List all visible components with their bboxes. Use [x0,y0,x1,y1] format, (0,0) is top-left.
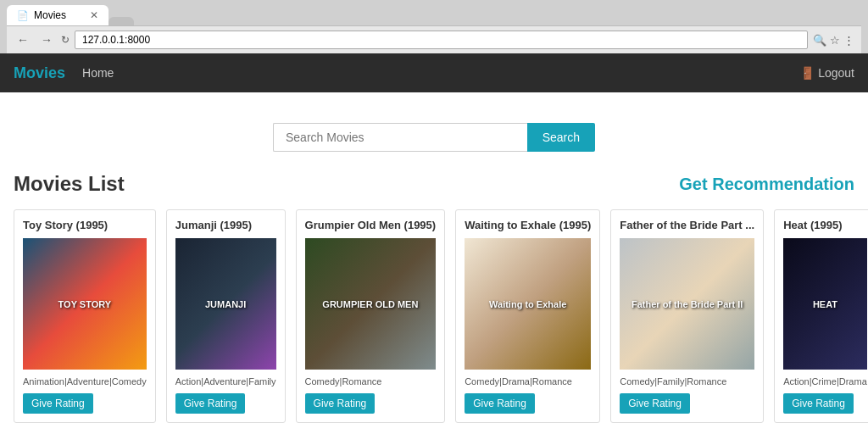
search-button[interactable]: Search [527,123,595,152]
movie-card: Grumpier Old Men (1995) GRUMPIER OLD MEN… [296,209,446,423]
poster-content: TOY STORY [23,238,147,370]
back-button[interactable]: ← [14,31,32,48]
give-rating-button[interactable]: Give Rating [175,393,246,414]
give-rating-button[interactable]: Give Rating [465,393,535,414]
browser-right-icons: 🔍 ☆ ⋮ [813,34,854,47]
poster-label: JUMANJI [202,296,249,313]
browser-toolbar: ← → ↻ 127.0.0.1:8000 🔍 ☆ ⋮ [7,25,861,53]
nav-brand[interactable]: Movies [14,64,65,82]
poster-label: TOY STORY [55,296,115,313]
movie-genres: Comedy|Romance [305,376,437,387]
logout-label: Logout [818,66,854,80]
movie-genres: Comedy|Drama|Romance [465,376,591,387]
poster-label: HEAT [810,296,841,313]
movie-poster: JUMANJI [175,238,276,370]
movie-title: Jumanji (1995) [175,219,276,231]
forward-button[interactable]: → [37,31,56,48]
new-tab-button[interactable] [108,17,134,25]
tab-label: Movies [34,9,66,21]
poster-label: Father of the Bride Part II [628,296,746,313]
movie-title: Toy Story (1995) [23,219,147,231]
poster-label: GRUMPIER OLD MEN [319,296,421,313]
movies-header: Movies List Get Recommendation [14,172,854,196]
movie-title: Father of the Bride Part ... [620,219,754,231]
get-recommendation-link[interactable]: Get Recommendation [679,175,854,194]
poster-content: Father of the Bride Part II [620,238,754,370]
movie-genres: Action|Crime|Drama [783,376,867,387]
poster-content: HEAT [783,238,867,370]
poster-content: Waiting to Exhale [465,238,591,370]
browser-search-button[interactable]: 🔍 [813,34,826,47]
movie-card: Jumanji (1995) JUMANJI Action|Adventure|… [166,209,286,423]
search-section: Search [14,109,854,172]
bookmark-button[interactable]: ☆ [830,34,840,47]
refresh-button[interactable]: ↻ [61,34,70,46]
movie-title: Grumpier Old Men (1995) [305,219,437,231]
give-rating-button[interactable]: Give Rating [23,393,93,414]
movie-poster: TOY STORY [23,238,147,370]
give-rating-button[interactable]: Give Rating [305,393,376,414]
search-input[interactable] [273,123,527,152]
movie-genres: Comedy|Family|Romance [620,376,754,387]
movie-card: Heat (1995) HEAT Action|Crime|Drama Give… [774,209,868,423]
poster-label: Waiting to Exhale [486,296,570,313]
movie-card: Waiting to Exhale (1995) Waiting to Exha… [455,209,600,423]
give-rating-button[interactable]: Give Rating [783,393,854,414]
movie-poster: Father of the Bride Part II [620,238,754,370]
movie-genres: Action|Adventure|Family [175,376,276,387]
browser-chrome: 📄 Movies ✕ ← → ↻ 127.0.0.1:8000 🔍 ☆ ⋮ [0,0,868,53]
logout-button[interactable]: 🚪 Logout [800,66,854,80]
nav-home-link[interactable]: Home [82,66,114,80]
movie-poster: Waiting to Exhale [465,238,591,370]
nav-right: 🚪 Logout [800,66,854,80]
poster-content: JUMANJI [175,238,276,370]
movie-poster: GRUMPIER OLD MEN [305,238,437,370]
movies-grid: Toy Story (1995) TOY STORY Animation|Adv… [14,209,854,423]
movie-card: Toy Story (1995) TOY STORY Animation|Adv… [14,209,156,423]
movie-poster: HEAT [783,238,867,370]
active-tab[interactable]: 📄 Movies ✕ [7,5,108,25]
address-bar[interactable]: 127.0.0.1:8000 [75,31,808,49]
navbar: Movies Home 🚪 Logout [0,53,868,92]
movie-card: Father of the Bride Part ... Father of t… [610,209,764,423]
poster-content: GRUMPIER OLD MEN [305,238,437,370]
movies-list-title: Movies List [14,172,125,196]
give-rating-button[interactable]: Give Rating [620,393,690,414]
movie-title: Waiting to Exhale (1995) [465,219,591,231]
browser-menu-button[interactable]: ⋮ [843,34,854,47]
main-content: Search Movies List Get Recommendation To… [0,92,868,445]
tab-icon: 📄 [17,10,29,21]
address-text: 127.0.0.1:8000 [82,34,150,46]
movie-title: Heat (1995) [783,219,867,231]
tab-close-button[interactable]: ✕ [90,9,98,21]
movie-genres: Animation|Adventure|Comedy [23,376,147,387]
logout-icon: 🚪 [800,66,815,80]
search-form: Search [273,123,595,152]
